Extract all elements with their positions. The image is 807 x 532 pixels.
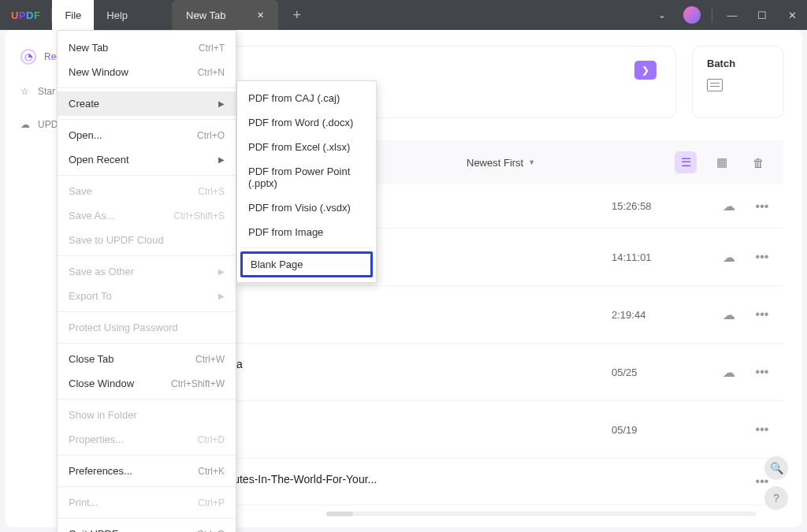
menu-label: Save As...	[69, 210, 115, 221]
menu-label: Open Recent	[69, 154, 129, 166]
menu-file[interactable]: File	[52, 0, 94, 30]
list-view-button[interactable]: ☰	[675, 151, 697, 173]
sidebar-item-cloud[interactable]: ☁ UPD	[9, 113, 63, 136]
shortcut-label: Ctrl+P	[198, 497, 225, 508]
file-time: 15:26:58	[612, 200, 722, 212]
shortcut-label: Ctrl+T	[199, 43, 225, 54]
menu-item[interactable]: New WindowCtrl+N	[58, 60, 236, 84]
star-icon: ☆	[20, 85, 30, 98]
shortcut-label: Ctrl+K	[198, 466, 225, 477]
add-tab-button[interactable]: +	[288, 6, 307, 24]
titlebar: UPDF File Help New Tab × + ⌄ — ☐ ✕	[0, 0, 807, 30]
menu-item: Save as Other▶	[58, 259, 236, 284]
more-icon[interactable]: •••	[755, 474, 769, 489]
create-submenu: PDF from CAJ (.caj)PDF from Word (.docx)…	[236, 80, 377, 283]
menu-item: Show in Folder	[58, 403, 236, 427]
menu-label: Quit UPDF	[69, 528, 118, 532]
menu-item: Save As...Ctrl+Shift+S	[58, 203, 236, 228]
more-icon[interactable]: •••	[755, 250, 769, 264]
more-icon[interactable]: •••	[755, 199, 769, 214]
menu-item[interactable]: Close WindowCtrl+Shift+W	[58, 371, 236, 396]
menu-item[interactable]: Close TabCtrl+W	[58, 347, 236, 371]
view-controls: ☰ ▦ 🗑	[675, 151, 769, 173]
maximize-button[interactable]: ☐	[747, 0, 777, 30]
menu-item: SaveCtrl+S	[58, 179, 236, 203]
menu-item[interactable]: Open...Ctrl+O	[58, 123, 236, 147]
arrow-right-icon[interactable]: ❯	[634, 61, 656, 80]
sidebar-item-starred[interactable]: ☆ Star	[9, 80, 63, 102]
submenu-item[interactable]: Blank Page	[240, 251, 373, 277]
sort-button[interactable]: Newest First ▼	[467, 157, 535, 169]
file-time: 05/19	[612, 424, 722, 436]
tab-area: New Tab × +	[172, 0, 307, 30]
close-icon[interactable]: ×	[257, 9, 263, 21]
shortcut-label: Ctrl+D	[198, 434, 225, 445]
shortcut-label: Ctrl+O	[197, 130, 225, 141]
more-icon[interactable]: •••	[755, 422, 769, 437]
submenu-item[interactable]: PDF from Power Point (.pptx)	[237, 159, 376, 195]
file-time: 14:11:01	[612, 251, 722, 263]
triangle-down-icon: ▼	[528, 158, 535, 166]
menu-label: Open...	[69, 129, 102, 141]
avatar[interactable]	[683, 6, 701, 24]
menu-label: Properties...	[69, 433, 124, 445]
submenu-item[interactable]: PDF from Word (.docx)	[237, 110, 376, 135]
minimize-button[interactable]: —	[717, 0, 747, 30]
menu-item[interactable]: Quit UPDFCtrl+Q	[58, 522, 236, 532]
menu-label: Save to UPDF Cloud	[69, 234, 164, 246]
card-title: Batch	[707, 58, 768, 69]
horizontal-scrollbar[interactable]	[326, 512, 757, 516]
more-icon[interactable]: •••	[755, 365, 769, 379]
menu-item: Print...Ctrl+P	[58, 490, 236, 515]
cloud-icon[interactable]: ☁	[722, 307, 736, 322]
menu-label: New Tab	[69, 42, 108, 54]
menu-label: Save	[69, 185, 92, 197]
cloud-icon[interactable]: ☁	[722, 250, 736, 265]
chevron-right-icon: ▶	[218, 267, 225, 276]
app-logo: UPDF	[0, 9, 51, 21]
submenu-item[interactable]: PDF from Visio (.vsdx)	[237, 195, 376, 220]
cloud-icon[interactable]: ☁	[722, 365, 736, 380]
submenu-item[interactable]: PDF from CAJ (.caj)	[237, 86, 376, 110]
menu-item[interactable]: Open Recent▶	[58, 147, 236, 172]
menu-label: Show in Folder	[69, 409, 137, 421]
menu-item: Save to UPDF Cloud	[58, 228, 236, 252]
menu-label: Export To	[69, 290, 112, 302]
separator	[712, 8, 712, 22]
search-button[interactable]: 🔍	[764, 456, 788, 480]
sort-label: Newest First	[467, 157, 523, 169]
menu-item[interactable]: New TabCtrl+T	[58, 35, 236, 60]
cloud-icon: ☁	[20, 118, 30, 131]
menu-label: Close Window	[69, 378, 134, 389]
menu-item[interactable]: Create▶	[58, 91, 236, 116]
clock-icon: ◔	[22, 50, 35, 63]
submenu-item[interactable]: PDF from Excel (.xlsx)	[237, 135, 376, 159]
chevron-right-icon: ▶	[218, 155, 225, 164]
menu-item: Export To▶	[58, 284, 236, 308]
menu-item[interactable]: Preferences...Ctrl+K	[58, 459, 236, 483]
menu-label: Create	[69, 98, 99, 110]
chevron-right-icon: ▶	[218, 99, 225, 108]
sidebar-item-recent[interactable]: ◔ Rece	[9, 44, 63, 69]
menu-label: Close Tab	[69, 353, 114, 365]
batch-card[interactable]: Batch	[692, 46, 783, 118]
cloud-icon[interactable]: ☁	[722, 199, 736, 214]
submenu-item[interactable]: PDF from Image	[237, 220, 376, 244]
shortcut-label: Ctrl+S	[198, 186, 225, 197]
tab-new[interactable]: New Tab ×	[172, 0, 278, 30]
delete-button[interactable]: 🗑	[747, 151, 769, 173]
file-time: 05/25	[612, 366, 722, 378]
more-icon[interactable]: •••	[755, 307, 769, 322]
shortcut-label: Ctrl+W	[195, 354, 225, 365]
menu-item: Properties...Ctrl+D	[58, 427, 236, 452]
chevron-down-icon[interactable]: ⌄	[647, 9, 677, 20]
chevron-right-icon: ▶	[218, 292, 225, 300]
grid-view-button[interactable]: ▦	[711, 151, 733, 173]
titlebar-right: ⌄ — ☐ ✕	[647, 0, 807, 30]
menu-label: Save as Other	[69, 266, 134, 277]
shortcut-label: Ctrl+N	[198, 67, 225, 78]
close-button[interactable]: ✕	[777, 0, 807, 30]
menu-help[interactable]: Help	[94, 0, 140, 30]
shortcut-label: Ctrl+Shift+W	[171, 378, 225, 389]
help-button[interactable]: ?	[764, 486, 788, 510]
